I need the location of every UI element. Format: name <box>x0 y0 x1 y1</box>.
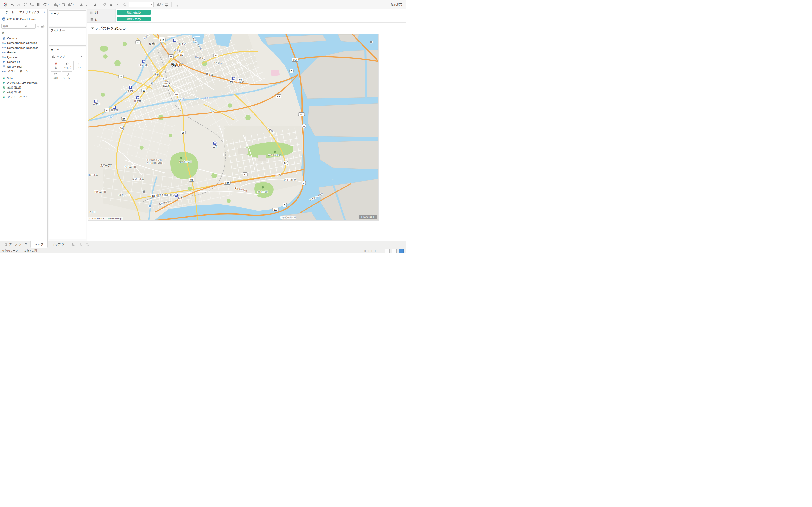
calendar-field-icon <box>2 65 6 68</box>
field-item[interactable]: Survey Year <box>0 64 47 69</box>
map-label: 岡村三丁目 <box>89 174 98 176</box>
search-input[interactable] <box>3 24 24 28</box>
label-mark-button[interactable]: ラベル <box>73 61 84 70</box>
map-label: 南太田 <box>93 103 100 105</box>
map-label: 中区 <box>276 173 281 176</box>
sheet-tab-2[interactable]: マップ (2) <box>48 241 69 248</box>
map-label: 山下本牧磯子線 <box>157 193 172 196</box>
pane-toggle-icon[interactable]: ⇅ <box>44 11 46 14</box>
globe-field-icon <box>2 91 6 94</box>
svg-text:80: 80 <box>191 179 193 181</box>
hash-field-icon: # <box>2 96 6 99</box>
undo-button[interactable] <box>9 1 15 8</box>
svg-text:357: 357 <box>293 59 297 61</box>
show-hide-cards-caret[interactable]: ▾ <box>162 3 163 6</box>
field-item[interactable]: AbcQuestion <box>0 55 47 60</box>
new-worksheet-button[interactable] <box>53 1 59 8</box>
view-as-caret[interactable]: ▾ <box>45 25 45 27</box>
map-label: 滝頭一丁目 <box>100 164 112 167</box>
new-worksheet-tab-button[interactable] <box>69 241 77 248</box>
search-icon <box>24 24 27 27</box>
columns-shelf[interactable]: 列 経度 (生成) <box>87 9 406 16</box>
field-item[interactable]: #Value <box>0 76 47 80</box>
field-item[interactable]: Country <box>0 36 47 41</box>
sheet-tabs-bar: データ ソース マップマップ (2) <box>0 241 406 248</box>
field-item[interactable]: 経度 (生成) <box>0 85 47 90</box>
map-label: 丸山二丁目 <box>124 165 137 168</box>
svg-text:80: 80 <box>182 131 185 134</box>
new-story-tab-button[interactable] <box>84 241 90 248</box>
null-indicator-badge[interactable]: 1 個の NULL <box>359 215 376 219</box>
tab-data[interactable]: データ <box>3 9 17 16</box>
show-me-button[interactable]: 表示形式 <box>383 2 404 6</box>
pause-updates-button[interactable] <box>35 1 42 8</box>
presentation-mode-button[interactable] <box>163 1 170 8</box>
save-button[interactable] <box>22 1 29 8</box>
clear-sheet-button[interactable] <box>67 1 73 8</box>
new-dashboard-tab-button[interactable] <box>77 241 83 248</box>
filters-card[interactable]: フィルター <box>49 27 86 46</box>
tab-data-source[interactable]: データ ソース <box>1 241 30 248</box>
next-sheet-button[interactable]: › <box>371 249 372 252</box>
mark-type-selector[interactable]: マップ ▾ <box>51 54 84 59</box>
pages-card[interactable]: ページ <box>49 10 86 26</box>
color-mark-button[interactable]: 色 <box>51 61 61 70</box>
highlight-button[interactable] <box>101 1 108 8</box>
prev-sheet-button[interactable]: ‹ <box>368 249 369 252</box>
field-item[interactable]: #Record ID <box>0 60 47 64</box>
field-item[interactable]: Abcメジャー ネーム <box>0 69 47 74</box>
field-item[interactable]: AbcDemographics Question <box>0 41 47 46</box>
tableau-logo[interactable] <box>2 1 9 8</box>
last-sheet-button[interactable]: » <box>375 249 376 252</box>
tooltip-mark-button[interactable]: ツール... <box>62 71 72 81</box>
road-shield: B <box>290 69 293 73</box>
show-sheet-sorter-button[interactable] <box>399 249 404 253</box>
sheet-title[interactable]: マップの色を変える <box>87 23 406 34</box>
run-update-caret[interactable]: ▾ <box>48 3 49 6</box>
map-view[interactable]: 8021816218235781B821680K321K335716B80828… <box>88 34 379 221</box>
group-members-button[interactable] <box>108 1 114 8</box>
duplicate-button[interactable] <box>60 1 67 8</box>
field-item[interactable]: AbcGender <box>0 50 47 55</box>
road-shield: 21 <box>105 108 109 112</box>
abc-field-icon: Abc <box>2 42 6 44</box>
filter-funnel-icon[interactable] <box>37 24 40 28</box>
show-hide-cards-button[interactable] <box>156 1 162 8</box>
svg-text:357: 357 <box>300 113 303 116</box>
sort-descending-button[interactable] <box>91 1 97 8</box>
map-label: 八王子道路 <box>284 178 296 181</box>
search-box[interactable] <box>1 24 36 29</box>
detail-mark-button[interactable]: 詳細 <box>51 71 61 81</box>
tab-analytics[interactable]: アナリティクス <box>17 9 43 16</box>
swap-axes-button[interactable] <box>78 1 84 8</box>
sort-ascending-button[interactable] <box>84 1 91 8</box>
station-icon <box>174 193 178 197</box>
rows-pill[interactable]: 緯度 (生成) <box>117 17 151 21</box>
first-sheet-button[interactable]: « <box>364 249 366 252</box>
show-tabs-view-button[interactable] <box>385 249 390 253</box>
redo-button[interactable] <box>15 1 22 8</box>
sheet-tab-1[interactable]: マップ <box>31 241 48 248</box>
clear-sheet-caret[interactable]: ▾ <box>73 3 74 6</box>
run-update-button[interactable] <box>42 1 48 8</box>
view-as-list-icon[interactable] <box>41 24 44 28</box>
show-mark-labels-button[interactable] <box>114 1 120 8</box>
svg-text:16: 16 <box>170 55 172 58</box>
svg-text:82: 82 <box>152 194 155 197</box>
svg-text:82: 82 <box>284 162 287 164</box>
columns-pill[interactable]: 経度 (生成) <box>117 10 151 15</box>
share-button[interactable] <box>173 1 180 8</box>
rows-shelf[interactable]: 行 緯度 (生成) <box>87 16 406 23</box>
detail-mark-icon <box>54 73 58 76</box>
field-item[interactable]: #メジャー バリュー <box>0 95 47 100</box>
fix-axes-button[interactable] <box>120 1 127 8</box>
field-item[interactable]: #20200306 Data Internati... <box>0 80 47 86</box>
add-data-source-button[interactable] <box>29 1 35 8</box>
datasource-row[interactable]: 20200306 Data Interna... <box>0 16 47 22</box>
size-mark-button[interactable]: サイズ <box>62 61 72 70</box>
new-worksheet-caret[interactable]: ▾ <box>59 3 60 6</box>
field-item[interactable]: AbcDemographics Response <box>0 45 47 50</box>
show-filmstrip-view-button[interactable] <box>392 249 397 253</box>
fit-selector[interactable]: ▾ <box>129 2 154 7</box>
field-item[interactable]: 緯度 (生成) <box>0 90 47 95</box>
